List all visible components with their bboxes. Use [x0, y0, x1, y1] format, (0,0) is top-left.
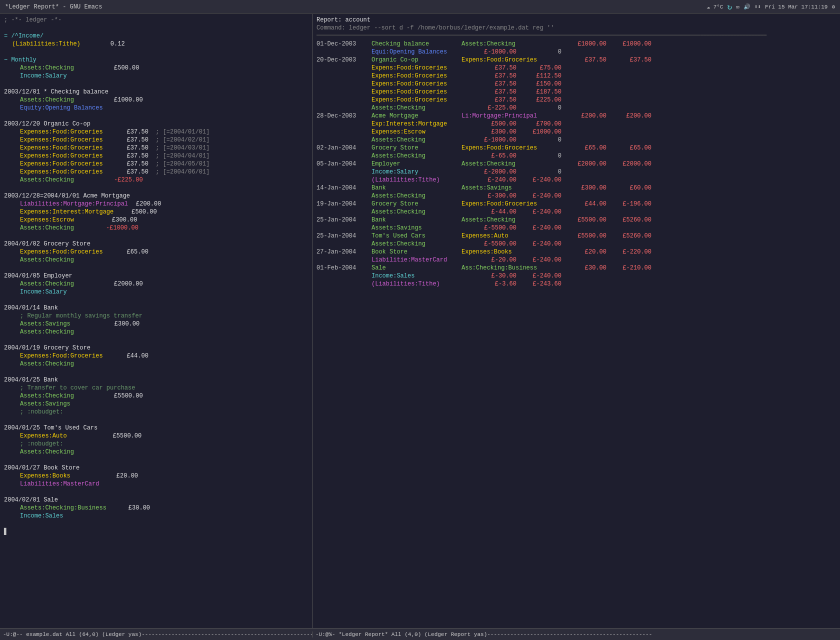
- rp-payee-5: Employer: [372, 160, 462, 168]
- rp-row-3c: Expenses:Escrow £300.00 £1000.00: [316, 128, 836, 136]
- blank7: [4, 264, 308, 272]
- blank9: [4, 336, 308, 344]
- rp-row-5b: Income:Salary £-2000.00 0: [316, 168, 836, 176]
- rp-payee-4: Grocery Store: [372, 144, 462, 152]
- rp-total-4b: 0: [516, 152, 562, 160]
- rp-total-5b: 0: [516, 168, 562, 176]
- rp-account-1: Assets:Checking: [462, 40, 562, 48]
- tx6-checking: Assets:Checking: [20, 328, 308, 336]
- rp-amount-5b: £-2000.00: [472, 168, 516, 176]
- rp-row-10b: Liabilitie:MasterCard £-20.00 £-240.00: [316, 256, 836, 264]
- rp-row-4b: Assets:Checking £-65.00 0: [316, 152, 836, 160]
- blank5: [4, 184, 308, 192]
- blank3: [4, 80, 308, 88]
- weather-display: ☁ 7°C: [706, 4, 723, 10]
- rp-amount-2c: £37.50: [472, 72, 516, 80]
- rp-total-11c: £-243.60: [516, 280, 562, 288]
- rp-amount-2a: £37.50: [562, 56, 606, 64]
- rp-date-4: 02-Jan-2004: [316, 144, 372, 152]
- datetime-display: Fri 15 Mar 17:11:19: [765, 4, 828, 10]
- rp-account-7a: Expens:Food:Groceries: [462, 200, 562, 208]
- rp-amount-10b: £-20.00: [472, 256, 516, 264]
- rp-amount-9b: £-5500.00: [472, 240, 516, 248]
- report-label: Report: account: [316, 16, 836, 24]
- rp-account-11b: Income:Sales: [372, 272, 472, 280]
- rp-date-1: 01-Dec-2003: [316, 40, 372, 48]
- rp-payee-9: Tom's Used Cars: [372, 232, 462, 240]
- report-command: Command: ledger --sort d -f /home/borbus…: [316, 24, 836, 32]
- mail-icon[interactable]: ✉: [736, 4, 740, 10]
- blank11: [4, 416, 308, 424]
- tx2-food4: Expenses:Food:Groceries£37.50 ; [=2004/0…: [20, 152, 308, 160]
- monthly-section: ~ Monthly: [4, 56, 308, 64]
- audio-icon[interactable]: 🔊: [744, 4, 750, 10]
- rp-row-2b: Expens:Food:Groceries £37.50 £75.00: [316, 64, 836, 72]
- rp-account-7b: Assets:Checking: [372, 208, 472, 216]
- tx9-auto: Expenses:Auto£5500.00: [20, 432, 308, 440]
- rp-row-8b: Assets:Savings £-5500.00 £-240.00: [316, 224, 836, 232]
- rp-amount-3d: £-1000.00: [472, 136, 516, 144]
- rp-amount-2e: £37.50: [472, 88, 516, 96]
- rp-payee-11: Sale: [372, 264, 462, 272]
- right-pane[interactable]: Report: account Command: ledger --sort d…: [312, 14, 840, 628]
- network-icon[interactable]: ⬆⬇: [754, 4, 761, 10]
- rp-amount-4a: £65.00: [562, 144, 606, 152]
- rp-account-2e: Expens:Food:Groceries: [372, 88, 472, 96]
- rp-row-4: 02-Jan-2004 Grocery Store Expens:Food:Gr…: [316, 144, 836, 152]
- rp-date-8: 25-Jan-2004: [316, 216, 372, 224]
- rp-row-1b: Equi:Opening Balances £-1000.00 0: [316, 48, 836, 56]
- ledger-header-comment: ; -*- ledger -*-: [4, 16, 308, 24]
- tx3-interest: Expenses:Interest:Mortgage£500.00: [20, 208, 308, 216]
- tx2-food3: Expenses:Food:Groceries£37.50 ; [=2004/0…: [20, 144, 308, 152]
- rp-row-2f: Expens:Food:Groceries £37.50 £225.00: [316, 96, 836, 104]
- rp-total-3d: 0: [516, 136, 562, 144]
- rp-total-5a: £2000.00: [606, 160, 652, 168]
- rp-account-3a: Li:Mortgage:Principal: [462, 112, 562, 120]
- rp-total-11b: £-240.00: [516, 272, 562, 280]
- rp-date-11: 01-Feb-2004: [316, 264, 372, 272]
- statusbar-right: -U:@%- *Ledger Report* All (4,0) (Ledger…: [312, 632, 840, 638]
- left-pane[interactable]: ; -*- ledger -*- = /^Income/ (Liabilitie…: [0, 14, 312, 628]
- rp-row-6b: Assets:Checking £-300.00 £-240.00: [316, 192, 836, 200]
- blank13: [4, 488, 308, 496]
- tx1-assets: Assets:Checking£1000.00: [20, 96, 308, 104]
- rp-account-2g: Assets:Checking: [372, 104, 472, 112]
- rp-total-8a: £5260.00: [606, 216, 652, 224]
- rp-account-1b: Equi:Opening Balances: [372, 48, 472, 56]
- tx10-header: 2004/01/27 Book Store: [4, 464, 308, 472]
- rp-payee-10: Book Store: [372, 248, 462, 256]
- rp-account-5c: (Liabilities:Tithe): [372, 176, 472, 184]
- tx11-checking-biz: Assets:Checking:Business£30.00: [20, 504, 308, 512]
- tx3-header: 2003/12/28=2004/01/01 Acme Mortgage: [4, 192, 308, 200]
- rp-amount-1: £1000.00: [562, 40, 606, 48]
- tx5-header: 2004/01/05 Employer: [4, 272, 308, 280]
- settings-icon[interactable]: ⚙: [832, 4, 835, 10]
- rp-total-2g: 0: [516, 104, 562, 112]
- rp-date-7: 19-Jan-2004: [316, 200, 372, 208]
- refresh-icon[interactable]: ↻: [727, 2, 732, 12]
- rp-date-5: 05-Jan-2004: [316, 160, 372, 168]
- blank4: [4, 112, 308, 120]
- tx2-food1: Expenses:Food:Groceries£37.50 ; [=2004/0…: [20, 128, 308, 136]
- tx6-comment: ; Regular monthly savings transfer: [20, 312, 308, 320]
- tx4-header: 2004/01/02 Grocery Store: [4, 240, 308, 248]
- rp-total-1b: 0: [516, 48, 562, 56]
- rp-amount-11b: £-30.00: [472, 272, 516, 280]
- tx7-checking: Assets:Checking: [20, 360, 308, 368]
- income-section-header: = /^Income/: [4, 32, 308, 40]
- rp-amount-3b: £500.00: [472, 120, 516, 128]
- rp-payee-8: Bank: [372, 216, 462, 224]
- tx2-food5: Expenses:Food:Groceries£37.50 ; [=2004/0…: [20, 160, 308, 168]
- rp-total-1: £1000.00: [606, 40, 652, 48]
- tx8-savings: Assets:Savings: [20, 400, 308, 408]
- rp-account-6a: Assets:Savings: [462, 184, 562, 192]
- rp-date-2: 20-Dec-2003: [316, 56, 372, 64]
- rp-total-2f: £225.00: [516, 96, 562, 104]
- rp-total-3c: £1000.00: [516, 128, 562, 136]
- tx9-header: 2004/01/25 Tom's Used Cars: [4, 424, 308, 432]
- rp-account-3d: Assets:Checking: [372, 136, 472, 144]
- assets-checking: Assets:Checking£500.00: [20, 64, 308, 72]
- rp-total-4a: £65.00: [606, 144, 652, 152]
- rp-row-5c: (Liabilities:Tithe) £-240.00 £-240.00: [316, 176, 836, 184]
- tx2-checking: Assets:Checking-£225.00: [20, 176, 308, 184]
